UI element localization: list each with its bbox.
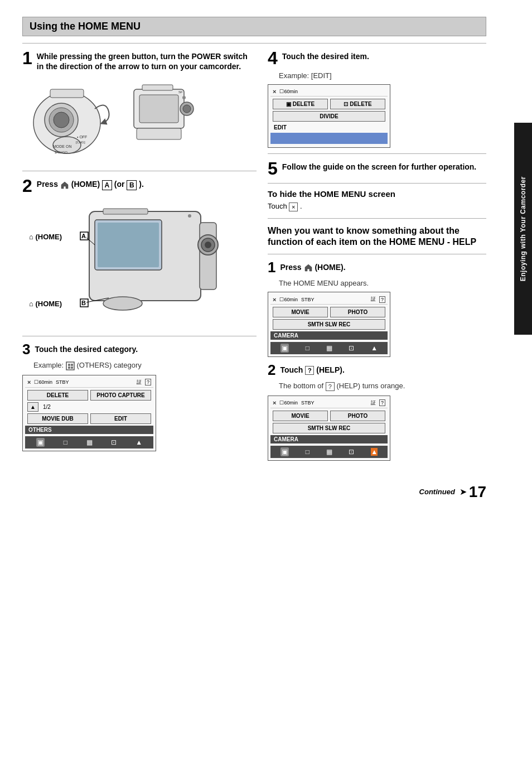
step3-nav-row: ▲ 1/2	[27, 402, 151, 412]
svg-text:B: B	[81, 300, 86, 306]
home-icon-step2	[60, 181, 69, 190]
help-step2-btn-smth[interactable]: SMTH SLW REC	[273, 423, 385, 433]
svg-text:$/CHGO: $/CHGO	[55, 151, 67, 154]
divider-hide	[268, 218, 486, 219]
continued-text: Continued	[419, 488, 455, 496]
help-step1-label-camera: CAMERA	[270, 331, 388, 340]
help-step1-footer-icon4: ⊡	[349, 344, 354, 352]
step3-btn-delete[interactable]: DELETE	[27, 390, 88, 401]
step4-btn-divide[interactable]: DIVIDE	[273, 111, 385, 122]
help-step1-battery: ☐60min	[279, 297, 298, 302]
step4-active-bar	[270, 133, 388, 144]
help-step2-footer-icon1: ▣	[280, 447, 289, 456]
page-bottom: Continued ➤ 17	[22, 478, 486, 501]
step4-btn-delete2[interactable]: ⊡ DELETE	[330, 99, 385, 109]
step4-number: 4	[268, 49, 278, 67]
divider-top	[22, 43, 486, 44]
svg-rect-15	[137, 128, 181, 139]
page-container: Enjoying with Your Camcorder Using the H…	[0, 0, 532, 757]
step2-heading: 2 Press (HOME) A (or B ).	[22, 177, 257, 195]
step4-btn-delete1[interactable]: ▣ DELETE	[273, 99, 328, 109]
step2-box-b: B	[127, 180, 137, 190]
step2-number: 2	[22, 177, 32, 195]
svg-point-30	[188, 214, 191, 218]
camcorder-step1-image: MODE ON $/CHGO • OFF [CHG]	[22, 78, 257, 162]
help-step2-footer-icon5-orange: ▲	[371, 448, 378, 456]
help-step1-footer-icon2: □	[306, 344, 309, 352]
help-section-heading: When you want to know something about th…	[268, 225, 486, 249]
svg-text:[CHG]: [CHG]	[76, 141, 85, 144]
help-step2-heading: 2 Touch ? (HELP).	[268, 363, 486, 377]
x-box-icon: ×	[289, 202, 298, 211]
help-step1-close-x: ×	[273, 296, 276, 303]
section-title: Using the HOME MENU	[22, 17, 486, 36]
step3-number: 3	[22, 342, 30, 356]
divider-step1	[22, 171, 257, 171]
step3-close-x: ×	[27, 379, 31, 385]
step3-bars: 証	[137, 379, 142, 386]
step3-heading: 3 Touch the desired category.	[22, 342, 257, 356]
step2-press-text: Press	[37, 180, 58, 189]
help-step1-screen: × ☐60min STBY 証 ? MOVIE PHOTO SMTH SLW R…	[268, 292, 390, 357]
svg-text:⌂ (HOME): ⌂ (HOME)	[29, 300, 62, 308]
step4-example: Example: [EDIT]	[279, 71, 486, 80]
step3-example-category: (OTHERS) category	[76, 361, 141, 369]
help-step1-number: 1	[268, 260, 275, 274]
hide-section-heading: To hide the HOME MENU screen	[268, 189, 486, 199]
svg-point-27	[205, 242, 211, 248]
help-step2-sub-text1: The bottom of	[279, 382, 323, 390]
svg-rect-24	[200, 223, 216, 290]
help-step1-btn-photo[interactable]: PHOTO	[330, 307, 385, 317]
help-step2-sub-text2: (HELP) turns orange.	[336, 382, 405, 390]
divider-step5	[268, 183, 486, 184]
help-step2-battery: ☐60min	[279, 400, 298, 406]
step3-btn-photo-capture[interactable]: PHOTO CAPTURE	[90, 390, 151, 401]
help-step2-footer-icon3: ▦	[326, 448, 332, 456]
help-step2-screen: × ☐60min STBY 証 ? MOVIE PHOTO SMTH SLW R…	[268, 396, 390, 461]
page-number: 17	[469, 483, 486, 501]
help-q-box2: ?	[326, 382, 335, 391]
step2-camcorder-svg: ⌂ (HOME) A	[22, 200, 223, 329]
help-step2-question: ?	[379, 399, 385, 406]
help-step1-btn-smth[interactable]: SMTH SLW REC	[273, 319, 385, 330]
step3-footer-icon3: ▦	[86, 438, 93, 446]
help-step1-stby: STBY	[301, 297, 315, 302]
step3-text: Touch the desired category.	[35, 342, 138, 354]
step1-text: While pressing the green button, turn th…	[37, 49, 257, 71]
camcorder-left-svg: MODE ON $/CHGO • OFF [CHG]	[22, 78, 123, 162]
help-step1-topbar: × ☐60min STBY 証 ?	[270, 295, 388, 305]
step2-box-a: A	[102, 180, 112, 190]
step3-stby: STBY	[56, 379, 69, 385]
help-step1-heading: 1 Press (HOME).	[268, 260, 486, 274]
others-icon	[66, 361, 75, 370]
help-step1-question: ?	[379, 296, 385, 303]
help-step2-sub: The bottom of ? (HELP) turns orange.	[279, 382, 486, 391]
step3-screen: × ☐60min STBY 証 ? DELETE PHOTO CAPTURE ▲…	[22, 375, 156, 451]
svg-point-29	[103, 297, 142, 310]
help-step2-btn-photo[interactable]: PHOTO	[330, 411, 385, 421]
help-step2-touch: Touch	[280, 365, 303, 374]
hide-section-body: Touch × .	[268, 202, 486, 211]
step2-close: ).	[139, 180, 144, 189]
divider-help-top	[268, 254, 486, 254]
svg-rect-14	[142, 85, 173, 90]
svg-text:A: A	[81, 233, 86, 239]
step2-camcorder: ⌂ (HOME) A	[22, 200, 257, 330]
divider-step4	[268, 153, 486, 154]
help-step2-btn-row1: MOVIE PHOTO	[273, 411, 385, 421]
step3-page-up[interactable]: ▲	[27, 402, 38, 412]
step3-btn-movie-dub[interactable]: MOVIE DUB	[27, 413, 88, 424]
step3-btn-edit[interactable]: EDIT	[90, 413, 151, 424]
help-step1-footer-icon3: ▦	[326, 344, 332, 352]
step4-edit-label: EDIT	[270, 123, 388, 132]
help-step2-btn-movie[interactable]: MOVIE	[273, 411, 328, 421]
help-step2-stby: STBY	[301, 400, 315, 406]
step3-page-num: 1/2	[41, 403, 53, 411]
divider-step2	[22, 336, 257, 336]
step3-question: ?	[145, 379, 151, 385]
help-step1-btn-movie[interactable]: MOVIE	[273, 307, 328, 317]
svg-text:MODE ON: MODE ON	[53, 144, 71, 148]
step3-footer-icon2: □	[64, 438, 67, 446]
svg-text:⌂ (HOME): ⌂ (HOME)	[29, 233, 62, 241]
help-step2-topbar: × ☐60min STBY 証 ?	[270, 398, 388, 408]
